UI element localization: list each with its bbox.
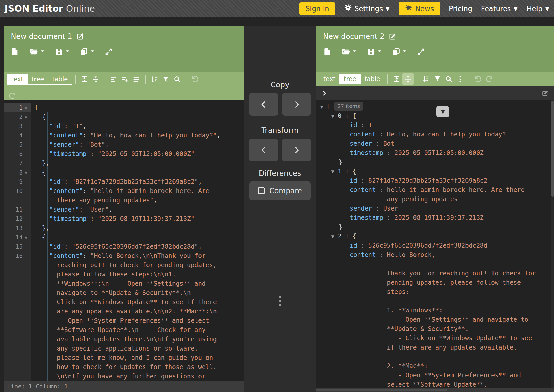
tree-row[interactable]: content : hello it admin borock here. Ar… xyxy=(320,185,554,195)
news-button[interactable]: News xyxy=(399,2,440,15)
undo-button[interactable] xyxy=(472,73,484,85)
redo-button[interactable] xyxy=(484,73,495,85)
tree-row[interactable]: - Click on **Windows Update** to see xyxy=(320,334,554,343)
editor-line[interactable]: there any pending updates", xyxy=(4,196,244,205)
tree-view[interactable]: ▼ [27 items ▼ 0 : { id : 1 content : Hel… xyxy=(316,100,554,388)
tab-tree[interactable]: tree xyxy=(340,74,360,84)
collapse-all-button[interactable] xyxy=(402,73,414,85)
rename-document-button[interactable] xyxy=(76,32,85,41)
tree-row[interactable]: timestamp : 2025-05-05T12:05:00.000Z xyxy=(320,148,554,158)
filter-button[interactable] xyxy=(160,74,171,85)
compare-button[interactable]: Compare xyxy=(249,181,311,200)
filter-button[interactable] xyxy=(432,73,443,85)
compact-button[interactable] xyxy=(131,74,142,85)
open-document-button[interactable] xyxy=(342,47,357,56)
editor-line[interactable]: available updates there.\n\nIf you're us… xyxy=(4,335,244,344)
tree-row[interactable]: ▼ 2 : { xyxy=(320,232,554,241)
tree-row[interactable]: **Update & Security**. xyxy=(320,324,554,334)
editor-line[interactable]: please let me know, and I can guide you … xyxy=(4,353,244,362)
tree-row[interactable]: select **Software Update**. xyxy=(320,380,554,388)
rename-document-button[interactable] xyxy=(388,32,397,41)
tree-row[interactable]: Thank you for reaching out! To check for xyxy=(320,269,554,278)
tree-row[interactable] xyxy=(320,259,554,269)
tree-row[interactable]: 1. **Windows**: xyxy=(320,306,554,315)
pricing-link[interactable]: Pricing xyxy=(449,5,472,13)
new-document-button[interactable] xyxy=(11,48,19,56)
open-document-button[interactable] xyxy=(29,47,45,56)
editor-line[interactable]: 12 "timestamp": "2025-08-19T11:39:37.213… xyxy=(4,214,244,223)
editor-line[interactable]: 6 "timestamp": "2025-05-05T12:05:00.000Z… xyxy=(4,149,244,159)
tree-row[interactable]: ▼ 1 : { xyxy=(320,167,554,176)
editor-line[interactable]: 15 "id": "526c95f65c20396dd7f2edf382bdc2… xyxy=(4,242,244,251)
tree-row[interactable]: content : Hello Borock, xyxy=(320,250,554,259)
tab-table[interactable]: table xyxy=(361,74,384,84)
editor-line[interactable]: - Open **System Preferences** and select xyxy=(4,316,244,325)
tree-row[interactable]: if there are any updates available. xyxy=(320,343,554,352)
fold-toggle-icon[interactable]: ∨ xyxy=(25,168,31,177)
editor-line[interactable]: 1∨[ xyxy=(4,103,244,112)
redo-button[interactable] xyxy=(7,90,18,101)
format-button[interactable] xyxy=(108,74,119,85)
fullscreen-button[interactable] xyxy=(105,48,112,56)
tree-row[interactable]: id : 1 xyxy=(320,120,554,130)
settings-menu[interactable]: Settings ▼ xyxy=(344,4,390,13)
sign-in-button[interactable]: Sign in xyxy=(299,2,335,15)
tree-row[interactable]: any pending updates xyxy=(320,195,554,204)
tree-row[interactable]: - Open **System Preferences** and xyxy=(320,371,554,380)
compare-checkbox[interactable] xyxy=(258,187,265,194)
editor-line[interactable]: \n\nIf you have any further questions or xyxy=(4,372,244,381)
panel-resize-handle[interactable] xyxy=(279,296,281,306)
copy-document-button[interactable] xyxy=(392,48,407,56)
tree-row[interactable] xyxy=(320,352,554,361)
editor-line[interactable]: 2∨ { xyxy=(4,112,244,121)
editor-line[interactable]: 5 "sender": "Bot", xyxy=(4,140,244,149)
fold-toggle-icon[interactable]: ∨ xyxy=(25,233,31,242)
editor-line[interactable]: navigate to **Update & Security**.\n - xyxy=(4,288,244,298)
tree-root-slider[interactable] xyxy=(325,111,450,111)
editor-line[interactable]: 4 "content": "Hello, how can I help you … xyxy=(4,131,244,140)
tree-row[interactable]: id : 827f1d7a729d3bb25fa33cff3269a8c2 xyxy=(320,176,554,185)
copy-document-button[interactable] xyxy=(80,48,94,56)
tree-row[interactable]: timestamp : 2025-08-19T11:39:37.213Z xyxy=(320,213,554,222)
scrollbar-thumb[interactable] xyxy=(551,101,554,197)
tree-row[interactable]: content : Hello, how can I help you toda… xyxy=(320,130,554,139)
tab-table[interactable]: table xyxy=(48,74,72,84)
editor-line[interactable]: 10 "content": "hello it admin borock her… xyxy=(4,186,244,196)
transform-left-button[interactable] xyxy=(249,139,278,161)
editor-line[interactable]: 9 "id": "827f1d7a729d3bb25fa33cff3269a8c… xyxy=(4,177,244,186)
vertical-scrollbar[interactable] xyxy=(551,100,554,388)
tab-text[interactable]: text xyxy=(7,74,28,84)
search-button[interactable] xyxy=(171,74,183,85)
code-editor[interactable]: 1∨[2∨ {3 "id": "1",4 "content": "Hello, … xyxy=(4,100,244,381)
save-document-button[interactable] xyxy=(367,48,382,56)
collapse-all-button[interactable] xyxy=(90,74,101,85)
editor-line[interactable]: 13 }, xyxy=(4,223,244,233)
editor-line[interactable]: 16 "content": "Hello Borock,\n\nThank yo… xyxy=(4,251,244,260)
scrollbar-thumb[interactable] xyxy=(316,389,447,391)
tree-row[interactable]: sender : Bot xyxy=(320,139,554,148)
tree-row[interactable]: steps: xyxy=(320,287,554,297)
editor-line[interactable]: please follow these steps:\n\n1. xyxy=(4,270,244,279)
fold-toggle-icon[interactable]: ∨ xyxy=(25,112,31,121)
expand-all-button[interactable] xyxy=(391,73,402,85)
editor-line[interactable]: **Windows**:\n - Open **Settings** and xyxy=(4,279,244,288)
tree-row[interactable]: pending updates, please follow these xyxy=(320,278,554,287)
editor-line[interactable]: 3 "id": "1", xyxy=(4,121,244,131)
tree-row[interactable]: sender : User xyxy=(320,204,554,213)
sort-button[interactable] xyxy=(420,73,432,85)
horizontal-scrollbar[interactable] xyxy=(316,388,554,392)
expand-path-button[interactable] xyxy=(320,89,329,98)
tree-root-slider-handle[interactable]: ▼ xyxy=(436,106,449,117)
editor-line[interactable]: are any updates available.\n\n2. **Mac**… xyxy=(4,307,244,316)
editor-line[interactable]: 11 "sender": "User", xyxy=(4,205,244,214)
editor-line[interactable]: Click on **Windows Update** to see if th… xyxy=(4,298,244,307)
editor-line[interactable]: how to check for updates for those as we… xyxy=(4,362,244,372)
tree-row[interactable]: 2. **Mac**: xyxy=(320,361,554,371)
editor-line[interactable]: 8∨ { xyxy=(4,168,244,177)
fullscreen-button[interactable] xyxy=(417,48,425,56)
tree-row[interactable] xyxy=(320,297,554,306)
tab-text[interactable]: text xyxy=(319,74,340,84)
tree-row[interactable]: } xyxy=(320,222,554,232)
editor-line[interactable]: any specific applications or software, xyxy=(4,344,244,353)
save-document-button[interactable] xyxy=(55,48,70,56)
